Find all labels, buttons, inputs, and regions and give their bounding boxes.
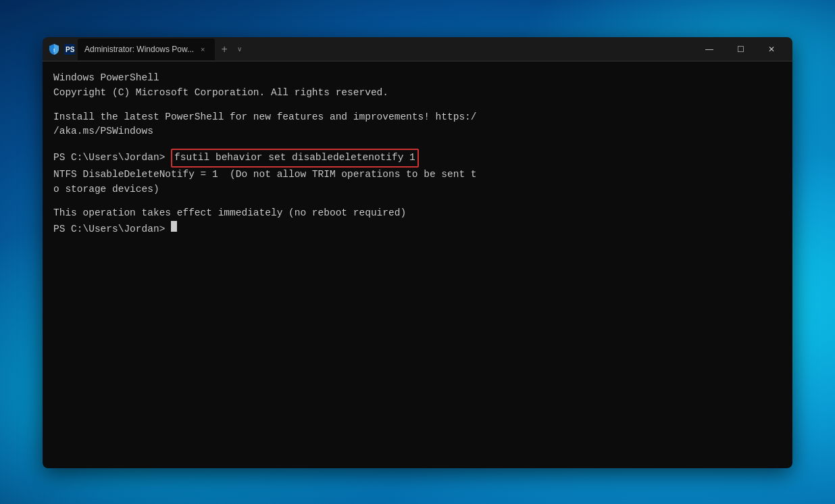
prompt-1: PS C:\Users\Jordan> — [53, 151, 171, 166]
output-line-11: This operation takes effect immediately … — [53, 206, 782, 221]
close-button[interactable]: ✕ — [756, 39, 787, 60]
command-line-2: PS C:\Users\Jordan> — [53, 221, 782, 237]
close-tab-button[interactable]: × — [198, 44, 207, 55]
spacer-1 — [53, 101, 782, 110]
uac-shield-icon: ! — [48, 43, 60, 55]
prompt-2: PS C:\Users\Jordan> — [53, 222, 171, 237]
cursor — [171, 221, 177, 232]
maximize-button[interactable]: ☐ — [725, 39, 756, 60]
title-bar-left: ! PS Administrator: Windows Pow... × + ∨ — [48, 39, 694, 60]
output-line-9: o storage devices) — [53, 182, 782, 197]
active-tab[interactable]: Administrator: Windows Pow... × — [78, 39, 215, 60]
output-line-8: NTFS DisableDeleteNotify = 1 (Do not all… — [53, 168, 782, 182]
terminal-body[interactable]: Windows PowerShell Copyright (C) Microso… — [43, 61, 792, 468]
window-controls: — ☐ ✕ — [694, 39, 787, 60]
spacer-2 — [53, 139, 782, 149]
output-line-4: Install the latest PowerShell for new fe… — [53, 110, 782, 125]
tab-title: Administrator: Windows Pow... — [84, 45, 194, 54]
svg-text:PS: PS — [66, 46, 75, 53]
powershell-icon: PS — [64, 44, 75, 55]
terminal-window: ! PS Administrator: Windows Pow... × + ∨… — [43, 37, 792, 468]
minimize-button[interactable]: — — [694, 39, 725, 60]
svg-text:!: ! — [53, 47, 55, 53]
tabs-dropdown-button[interactable]: ∨ — [234, 44, 245, 54]
command-highlighted: fsutil behavior set disabledeletenotify … — [171, 149, 419, 168]
new-tab-button[interactable]: + — [218, 42, 232, 57]
command-line-1: PS C:\Users\Jordan> fsutil behavior set … — [53, 149, 782, 168]
output-line-5: /aka.ms/PSWindows — [53, 124, 782, 139]
spacer-3 — [53, 197, 782, 206]
output-line-1: Windows PowerShell — [53, 71, 782, 86]
title-bar: ! PS Administrator: Windows Pow... × + ∨… — [43, 37, 792, 61]
output-line-2: Copyright (C) Microsoft Corporation. All… — [53, 86, 782, 101]
